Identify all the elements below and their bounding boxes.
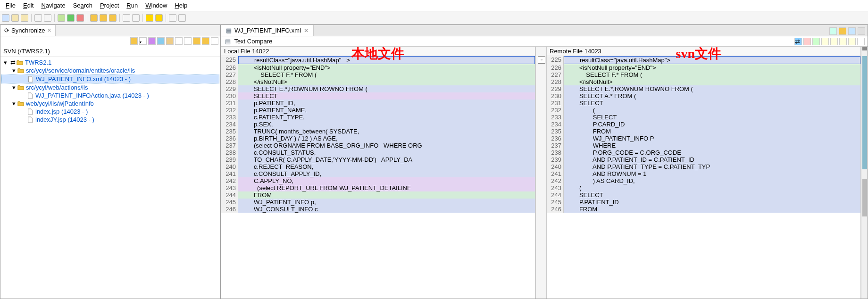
diff-gutter[interactable]: ▫ bbox=[535, 47, 547, 299]
main-toolbar bbox=[0, 11, 868, 25]
run-config-icon[interactable] bbox=[76, 14, 84, 22]
conflict-icon[interactable] bbox=[166, 37, 174, 45]
incoming-icon[interactable] bbox=[148, 37, 156, 45]
editor-tab[interactable]: ▤ WJ_PATIENT_INFO.xml ✕ bbox=[221, 25, 314, 36]
close-icon[interactable]: ✕ bbox=[304, 27, 309, 34]
debug-icon[interactable] bbox=[58, 14, 65, 22]
left-code[interactable]: 225 resultClass="java.util.HashMap" >226… bbox=[221, 56, 535, 299]
outgoing-icon[interactable] bbox=[157, 37, 165, 45]
compare-panes: 本地文件 svn文件 Local File 14022 225 resultCl… bbox=[221, 47, 868, 299]
grid-icon[interactable] bbox=[178, 14, 186, 22]
back-icon[interactable] bbox=[146, 14, 153, 22]
compare-title: Text Compare bbox=[234, 38, 272, 45]
quick-access-icon[interactable] bbox=[829, 27, 837, 35]
search-icon[interactable] bbox=[123, 14, 130, 22]
fwd-icon[interactable] bbox=[155, 14, 163, 22]
tree-file[interactable]: index.jsp (14023 - ) bbox=[1, 108, 219, 116]
save-icon[interactable] bbox=[11, 14, 19, 22]
view-menu-icon[interactable] bbox=[139, 37, 147, 45]
persp-svn-icon[interactable] bbox=[848, 27, 856, 35]
pin-icon[interactable] bbox=[169, 14, 176, 22]
toggle2-icon[interactable] bbox=[44, 14, 51, 22]
menu-icon[interactable] bbox=[211, 37, 218, 45]
close-icon[interactable]: ✕ bbox=[47, 27, 51, 33]
tree-folder[interactable]: ▾src/ycyl/service/domain/entites/oracle/… bbox=[1, 66, 219, 75]
new-icon[interactable] bbox=[2, 14, 9, 22]
menu-run[interactable]: Run bbox=[123, 1, 142, 10]
save-all-icon[interactable] bbox=[21, 14, 28, 22]
tree-file[interactable]: WJ_PATIENT_INFO.xml (14023 - ) bbox=[1, 75, 219, 83]
overview-ruler[interactable] bbox=[861, 47, 868, 299]
task-icon[interactable] bbox=[132, 14, 140, 22]
swap-icon[interactable]: ⇄ bbox=[794, 38, 802, 45]
menu-icon[interactable] bbox=[857, 38, 865, 45]
copy-all-right-icon[interactable] bbox=[803, 38, 811, 45]
new-folder-icon[interactable] bbox=[109, 14, 117, 22]
toggle-icon[interactable] bbox=[34, 14, 42, 22]
right-panel-head: Remote File 14023 bbox=[547, 47, 860, 56]
tree-file[interactable]: indexJY.jsp (14023 - ) bbox=[1, 116, 219, 124]
perspective-switcher bbox=[829, 27, 865, 35]
new-class-icon[interactable] bbox=[100, 14, 107, 22]
menu-window[interactable]: Window bbox=[142, 1, 171, 10]
menubar: File Edit Navigate Search Project Run Wi… bbox=[0, 0, 868, 11]
commit-icon[interactable] bbox=[202, 37, 209, 45]
new-pkg-icon[interactable] bbox=[90, 14, 98, 22]
sync-tab[interactable]: ⟳ Synchronize ✕ bbox=[0, 25, 56, 36]
sync-icon: ⟳ bbox=[4, 27, 9, 34]
copy-left-icon[interactable] bbox=[830, 38, 838, 45]
menu-project[interactable]: Project bbox=[96, 1, 123, 10]
menu-search[interactable]: Search bbox=[69, 1, 96, 10]
editor-tab-label: WJ_PATIENT_INFO.xml bbox=[234, 27, 301, 34]
menu-file[interactable]: File bbox=[2, 1, 19, 10]
tree-file[interactable]: WJ_PATIENT_INFOAction.java (14023 - ) bbox=[1, 91, 219, 100]
sync-tab-label: Synchronize bbox=[11, 27, 45, 34]
menu-navigate[interactable]: Navigate bbox=[37, 1, 69, 10]
next-diff-icon[interactable] bbox=[839, 38, 847, 45]
right-code[interactable]: 225 resultClass="java.util.HashMap">226 … bbox=[547, 56, 860, 299]
menu-edit[interactable]: Edit bbox=[19, 1, 37, 10]
sync-view: ⟳ Synchronize ✕ SVN (/TWRS2.1) ▾⇄TWRS2.1… bbox=[0, 25, 221, 299]
tree-root[interactable]: ▾⇄TWRS2.1 bbox=[1, 58, 219, 66]
expand-icon[interactable] bbox=[175, 37, 183, 45]
run-icon[interactable] bbox=[67, 14, 75, 22]
right-panel: Remote File 14023 225 resultClass="java.… bbox=[547, 47, 861, 299]
update-icon[interactable] bbox=[193, 37, 200, 45]
collapse-icon[interactable] bbox=[184, 37, 192, 45]
menu-help[interactable]: Help bbox=[171, 1, 191, 10]
editor-area: ▤ WJ_PATIENT_INFO.xml ✕ ▤ Text Compare ⇄ bbox=[221, 25, 868, 299]
persp-debug-icon[interactable] bbox=[858, 27, 865, 35]
left-panel-head: Local File 14022 bbox=[221, 47, 535, 56]
sync-status: SVN (/TWRS2.1) bbox=[0, 46, 220, 57]
tree-folder[interactable]: ▾src/ycyl/web/actions/lis bbox=[1, 83, 219, 91]
persp-java-icon[interactable] bbox=[839, 27, 846, 35]
diff-link-icon[interactable]: ▫ bbox=[538, 56, 545, 64]
compare-toolbar: ⇄ bbox=[792, 37, 868, 46]
tree-folder[interactable]: ▾web/ycyl/lis/wjPatientInfo bbox=[1, 100, 219, 108]
left-panel: Local File 14022 225 resultClass="java.u… bbox=[221, 47, 535, 299]
compare-icon: ▤ bbox=[225, 38, 231, 45]
xml-file-icon: ▤ bbox=[226, 27, 232, 34]
copy-right-icon[interactable] bbox=[821, 38, 829, 45]
pin-view-icon[interactable] bbox=[130, 37, 138, 45]
copy-all-left-icon[interactable] bbox=[812, 38, 820, 45]
prev-diff-icon[interactable] bbox=[848, 38, 856, 45]
sync-toolbar bbox=[0, 36, 220, 46]
sync-tree[interactable]: ▾⇄TWRS2.1▾src/ycyl/service/domain/entite… bbox=[0, 57, 220, 299]
